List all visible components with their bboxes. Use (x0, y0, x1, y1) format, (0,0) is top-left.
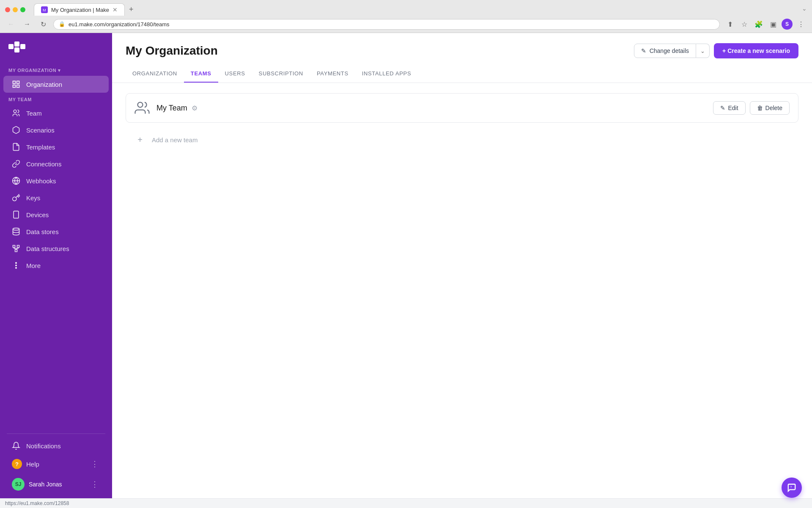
more-icon (12, 261, 20, 270)
url-text: eu1.make.com/organization/17480/teams (69, 21, 714, 28)
tab-installed-apps[interactable]: INSTALLED APPS (355, 65, 418, 83)
svg-rect-16 (17, 246, 19, 248)
profile-button[interactable]: S (782, 19, 793, 30)
svg-text:M: M (43, 8, 46, 12)
keys-label: Keys (26, 194, 40, 202)
sidebar: MY ORGANIZATION ▾ Organization MY TEAM T… (0, 33, 112, 498)
change-details-button[interactable]: ✎ Change details (634, 44, 696, 58)
tab-favicon: M (41, 6, 48, 13)
svg-rect-5 (13, 81, 16, 84)
bookmark-button[interactable]: ☆ (738, 18, 750, 30)
svg-point-14 (13, 228, 19, 230)
user-more-button[interactable]: ⋮ (89, 479, 100, 490)
tab-title: My Organization | Make (51, 7, 109, 13)
sidebar-user-item[interactable]: SJ Sarah Jonas ⋮ (3, 474, 109, 495)
sidebar-toggle-button[interactable]: ▣ (767, 18, 779, 30)
help-more-button[interactable]: ⋮ (89, 458, 100, 469)
tab-payments[interactable]: PAYMENTS (310, 65, 355, 83)
sidebar-item-devices[interactable]: Devices (3, 206, 109, 223)
page-header: My Organization ✎ Change details ⌄ + Cre… (112, 33, 812, 58)
tab-subscription[interactable]: SUBSCRIPTION (252, 65, 310, 83)
close-traffic-light[interactable] (5, 7, 10, 12)
sidebar-item-organization[interactable]: Organization (3, 76, 109, 93)
tab-users[interactable]: USERS (218, 65, 252, 83)
change-details-group: ✎ Change details ⌄ (634, 44, 710, 58)
maximize-traffic-light[interactable] (20, 7, 25, 12)
keys-icon (12, 193, 20, 202)
extensions-button[interactable]: 🧩 (753, 18, 765, 30)
templates-label: Templates (26, 144, 55, 151)
delete-team-button[interactable]: 🗑 Delete (750, 101, 790, 115)
devices-icon (12, 210, 20, 219)
main-content: My Organization ✎ Change details ⌄ + Cre… (112, 33, 812, 498)
svg-rect-1 (8, 44, 14, 49)
browser-titlebar: M My Organization | Make ✕ + ⌄ (0, 0, 812, 16)
sidebar-item-data-structures[interactable]: Data structures (3, 240, 109, 257)
create-scenario-button[interactable]: + Create a new scenario (714, 43, 798, 58)
add-team-row[interactable]: + Add a new team (126, 128, 798, 152)
organization-icon (12, 80, 20, 88)
edit-team-button[interactable]: ✎ Edit (713, 101, 745, 115)
webhooks-label: Webhooks (26, 177, 56, 185)
change-details-dropdown-button[interactable]: ⌄ (696, 44, 710, 58)
refresh-button[interactable]: ↻ (37, 18, 49, 30)
delete-team-icon: 🗑 (757, 105, 763, 111)
team-settings-icon[interactable]: ⚙ (192, 104, 198, 112)
sidebar-item-data-stores[interactable]: Data stores (3, 223, 109, 240)
svg-point-25 (138, 102, 143, 108)
org-section-header[interactable]: MY ORGANIZATION ▾ (0, 64, 112, 76)
browser-chrome: M My Organization | Make ✕ + ⌄ ← → ↻ 🔒 e… (0, 0, 812, 33)
sidebar-item-help[interactable]: ? Help ⋮ (3, 454, 109, 474)
sidebar-item-connections[interactable]: Connections (3, 155, 109, 172)
scenarios-icon (12, 126, 20, 134)
sidebar-divider (7, 433, 105, 434)
tab-teams[interactable]: TEAMS (184, 65, 218, 83)
svg-rect-4 (20, 44, 25, 49)
help-icon: ? (12, 459, 22, 469)
more-options-button[interactable]: ⋮ (795, 18, 807, 30)
svg-point-23 (16, 265, 17, 266)
browser-toolbar: ← → ↻ 🔒 eu1.make.com/organization/17480/… (0, 16, 812, 33)
team-actions: ✎ Edit 🗑 Delete (713, 101, 790, 115)
app-container: MY ORGANIZATION ▾ Organization MY TEAM T… (0, 33, 812, 498)
svg-text:?: ? (790, 485, 792, 489)
forward-button[interactable]: → (21, 18, 33, 30)
back-button[interactable]: ← (5, 18, 17, 30)
tab-organization[interactable]: ORGANIZATION (126, 65, 184, 83)
sidebar-item-webhooks[interactable]: Webhooks (3, 172, 109, 189)
status-url: https://eu1.make.com/12858 (5, 500, 69, 506)
tab-close-button[interactable]: ✕ (112, 6, 118, 13)
page-tabs: ORGANIZATION TEAMS USERS SUBSCRIPTION PA… (112, 65, 812, 83)
sidebar-item-notifications[interactable]: Notifications (3, 437, 109, 454)
more-label: More (26, 262, 41, 269)
sidebar-item-scenarios[interactable]: Scenarios (3, 121, 109, 138)
sidebar-item-templates[interactable]: Templates (3, 138, 109, 155)
secure-icon: 🔒 (59, 21, 65, 27)
team-group-icon (134, 100, 150, 116)
new-tab-button[interactable]: + (126, 3, 137, 16)
team-row: My Team ⚙ ✎ Edit 🗑 Delete (126, 93, 798, 123)
team-icon (12, 109, 20, 117)
connections-label: Connections (26, 160, 61, 168)
templates-icon (12, 143, 20, 151)
devices-label: Devices (26, 211, 49, 218)
address-bar[interactable]: 🔒 eu1.make.com/organization/17480/teams (53, 19, 720, 30)
sidebar-item-team[interactable]: Team (3, 105, 109, 121)
add-team-icon: + (134, 134, 146, 146)
traffic-lights (5, 7, 25, 12)
active-tab[interactable]: M My Organization | Make ✕ (34, 3, 125, 16)
sidebar-item-keys[interactable]: Keys (3, 189, 109, 206)
create-scenario-label: + Create a new scenario (722, 47, 790, 54)
svg-rect-2 (14, 41, 19, 47)
sidebar-logo[interactable] (0, 33, 112, 64)
header-actions: ✎ Change details ⌄ + Create a new scenar… (634, 43, 798, 58)
user-name: Sarah Jonas (29, 481, 85, 488)
tab-bar: M My Organization | Make ✕ + (34, 3, 137, 16)
webhooks-icon (12, 177, 20, 185)
sidebar-item-more[interactable]: More (3, 257, 109, 274)
share-button[interactable]: ⬆ (724, 18, 736, 30)
add-team-label: Add a new team (152, 136, 198, 144)
minimize-traffic-light[interactable] (13, 7, 18, 12)
chat-widget[interactable]: ? (782, 478, 802, 498)
svg-rect-7 (13, 85, 16, 88)
